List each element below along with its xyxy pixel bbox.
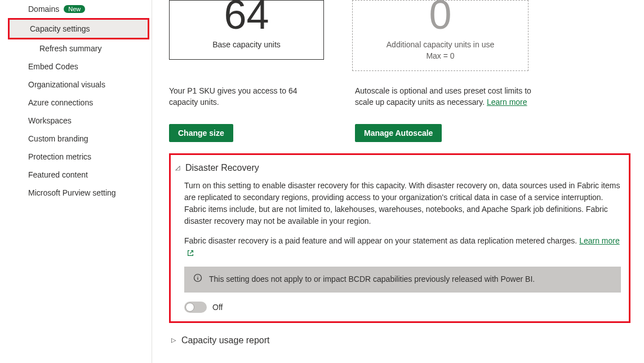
- section-title: Capacity usage report: [181, 335, 270, 346]
- manage-autoscale-button[interactable]: Manage Autoscale: [355, 124, 442, 142]
- notifications-header[interactable]: ▷ Notifications: [169, 360, 633, 363]
- additional-capacity-card: 0 Additional capacity units in use Max =…: [352, 0, 528, 71]
- dr-toggle[interactable]: [184, 302, 207, 313]
- sidebar-item-domains[interactable]: Domains New: [0, 0, 152, 18]
- disaster-recovery-section: ◿ Disaster Recovery Turn on this setting…: [169, 153, 630, 323]
- base-capacity-label: Base capacity units: [181, 40, 312, 49]
- sidebar-item-azure-connections[interactable]: Azure connections: [0, 94, 152, 112]
- sidebar-item-capacity-settings[interactable]: Capacity settings: [10, 20, 148, 38]
- sidebar-item-embed-codes[interactable]: Embed Codes: [0, 57, 152, 76]
- sidebar-item-label: Microsoft Purview setting: [28, 188, 116, 197]
- base-capacity-description: Your P1 SKU gives you access to 64 capac…: [169, 86, 327, 108]
- new-badge: New: [64, 5, 85, 13]
- sidebar-item-label: Refresh summary: [39, 44, 101, 53]
- disaster-recovery-pricing: Fabric disaster recovery is a paid featu…: [184, 235, 621, 259]
- external-link-icon: [186, 249, 194, 257]
- sidebar-item-label: Custom branding: [28, 134, 88, 143]
- expand-icon: ▷: [171, 337, 176, 344]
- sidebar-item-org-visuals[interactable]: Organizational visuals: [0, 76, 152, 94]
- disaster-recovery-body: Turn on this setting to enable disaster …: [173, 173, 621, 313]
- settings-sidebar: Domains New Capacity settings Refresh su…: [0, 0, 152, 363]
- sidebar-item-label: Featured content: [28, 170, 88, 179]
- toggle-knob: [185, 303, 194, 312]
- dr-info-text: This setting does not apply to or impact…: [209, 273, 535, 285]
- sidebar-item-label: Azure connections: [28, 98, 93, 107]
- main-content: 64 Base capacity units 0 Additional capa…: [152, 0, 644, 363]
- base-capacity-value: 64: [181, 1, 312, 29]
- sidebar-item-label: Domains: [28, 5, 59, 14]
- collapse-icon: ◿: [175, 164, 180, 171]
- sidebar-item-featured-content[interactable]: Featured content: [0, 166, 152, 184]
- change-size-button[interactable]: Change size: [169, 124, 233, 142]
- sidebar-item-label: Capacity settings: [30, 24, 90, 33]
- additional-capacity-sub: Max = 0: [364, 51, 517, 60]
- sidebar-item-protection-metrics[interactable]: Protection metrics: [0, 148, 152, 166]
- sidebar-item-label: Protection metrics: [28, 152, 91, 161]
- disaster-recovery-header[interactable]: ◿ Disaster Recovery: [173, 163, 621, 173]
- dr-learn-more-link[interactable]: Learn more: [579, 236, 620, 245]
- additional-capacity-value: 0: [364, 1, 517, 29]
- autoscale-description: Autoscale is optional and uses preset co…: [355, 86, 531, 108]
- dr-toggle-row: Off: [184, 302, 621, 313]
- base-capacity-card: 64 Base capacity units: [169, 0, 324, 60]
- base-capacity-column: Your P1 SKU gives you access to 64 capac…: [169, 86, 327, 141]
- highlight-capacity-settings: Capacity settings: [8, 18, 149, 39]
- capacity-descriptions: Your P1 SKU gives you access to 64 capac…: [169, 86, 633, 141]
- sidebar-item-label: Workspaces: [28, 116, 72, 125]
- sidebar-item-workspaces[interactable]: Workspaces: [0, 112, 152, 130]
- sidebar-item-label: Embed Codes: [28, 62, 78, 71]
- capacity-usage-header[interactable]: ▷ Capacity usage report: [169, 332, 633, 349]
- dr-info-bar: This setting does not apply to or impact…: [184, 267, 621, 293]
- autoscale-learn-more-link[interactable]: Learn more: [487, 98, 527, 107]
- disaster-recovery-description: Turn on this setting to enable disaster …: [184, 180, 621, 227]
- additional-capacity-label: Additional capacity units in use: [364, 40, 517, 49]
- info-icon: [193, 273, 202, 286]
- sidebar-item-refresh-summary[interactable]: Refresh summary: [0, 39, 152, 57]
- autoscale-column: Autoscale is optional and uses preset co…: [355, 86, 531, 141]
- sidebar-item-purview-setting[interactable]: Microsoft Purview setting: [0, 184, 152, 202]
- capacity-cards-row: 64 Base capacity units 0 Additional capa…: [169, 0, 633, 71]
- svg-point-2: [197, 276, 198, 276]
- dr-toggle-label: Off: [212, 302, 223, 313]
- sidebar-item-label: Organizational visuals: [28, 80, 105, 89]
- capacity-usage-section: ▷ Capacity usage report: [169, 326, 633, 355]
- notifications-section: ▷ Notifications: [169, 355, 633, 363]
- sidebar-item-custom-branding[interactable]: Custom branding: [0, 130, 152, 148]
- section-title: Disaster Recovery: [185, 163, 259, 173]
